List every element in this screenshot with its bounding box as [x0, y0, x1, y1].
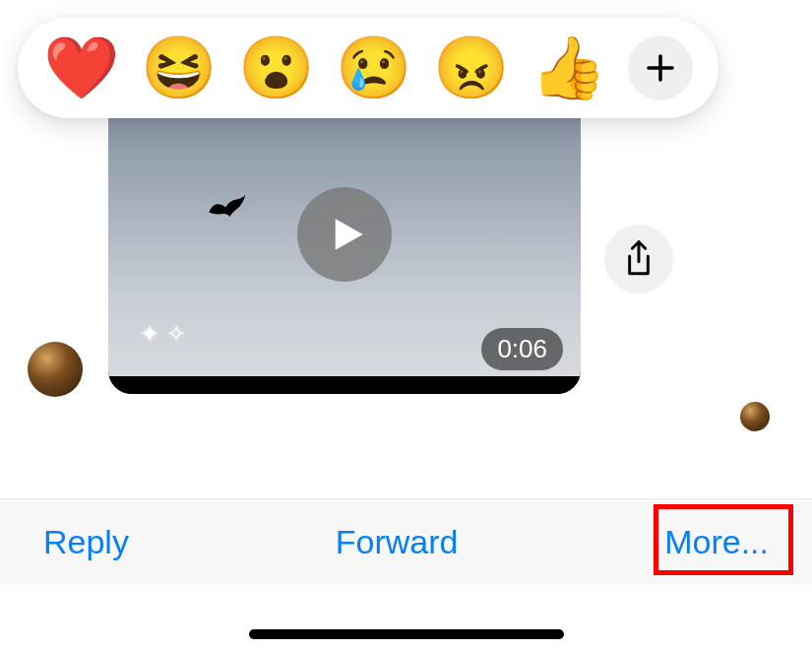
reaction-angry[interactable]: 😠 — [433, 37, 509, 98]
add-reaction-button[interactable] — [628, 35, 693, 100]
reaction-thumbs-up[interactable]: 👍 — [531, 37, 606, 98]
share-button[interactable] — [604, 225, 673, 293]
reaction-heart[interactable]: ❤️ — [43, 37, 119, 98]
sender-avatar[interactable] — [28, 342, 83, 397]
home-indicator[interactable] — [249, 629, 564, 639]
reply-button[interactable]: Reply — [37, 519, 135, 565]
play-icon — [327, 214, 368, 255]
video-progress-bar — [108, 376, 581, 394]
reaction-laugh[interactable]: 😆 — [141, 37, 217, 98]
action-bar: Reply Forward More... — [0, 498, 812, 585]
read-receipt-avatar — [740, 402, 770, 431]
forward-button[interactable]: Forward — [330, 519, 465, 565]
plus-icon — [643, 50, 678, 86]
bird-silhouette — [203, 184, 253, 235]
video-message[interactable]: ✦ ✧ 0:06 — [108, 74, 581, 394]
video-duration: 0:06 — [481, 328, 563, 370]
more-button[interactable]: More... — [658, 519, 775, 565]
reaction-bar: ❤️ 😆 😮 😢 😠 👍 — [18, 18, 718, 118]
sparkle-icon: ✦ ✧ — [140, 320, 186, 348]
share-icon — [623, 239, 655, 279]
reaction-sad[interactable]: 😢 — [336, 37, 411, 98]
play-button[interactable] — [297, 187, 392, 282]
reaction-wow[interactable]: 😮 — [238, 37, 314, 98]
